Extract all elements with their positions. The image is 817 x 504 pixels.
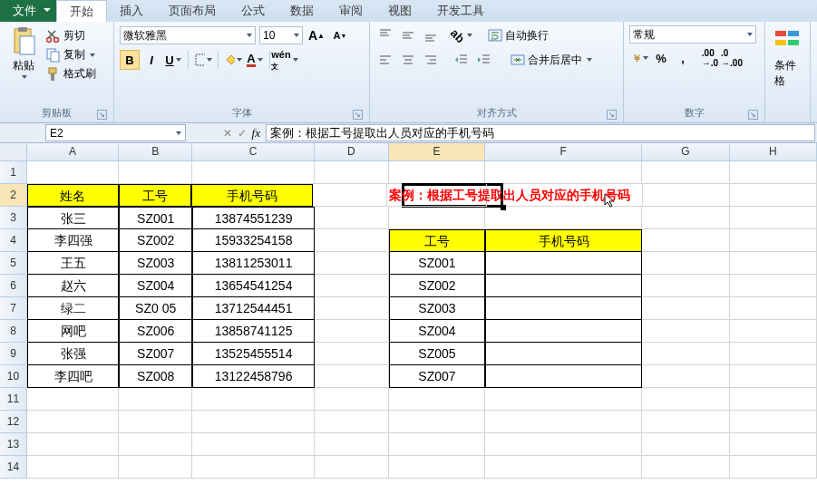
underline-button[interactable]: U	[163, 50, 183, 70]
cell[interactable]: SZ008	[119, 365, 192, 388]
cell[interactable]: SZ004	[389, 320, 485, 343]
cell[interactable]: 绿二	[27, 297, 119, 320]
cell[interactable]: 13654541254	[192, 275, 315, 297]
cell[interactable]: SZ003	[389, 297, 485, 320]
cell[interactable]	[192, 433, 315, 456]
cell[interactable]	[642, 388, 729, 411]
decrease-font-button[interactable]: A▼	[330, 25, 350, 45]
select-all-corner[interactable]	[0, 143, 27, 161]
cell[interactable]	[389, 433, 485, 456]
cell[interactable]	[315, 456, 389, 479]
fill-color-button[interactable]	[223, 50, 243, 70]
font-size-combo[interactable]: 10	[259, 26, 303, 44]
cell[interactable]	[389, 388, 485, 411]
cell[interactable]: 13525455514	[192, 343, 315, 365]
cell[interactable]	[730, 275, 817, 297]
cell[interactable]: 工号	[389, 229, 485, 252]
cell[interactable]	[27, 388, 119, 411]
cell[interactable]: 手机号码	[485, 229, 642, 252]
cell[interactable]	[642, 275, 729, 297]
cell[interactable]	[27, 161, 119, 184]
cell[interactable]	[485, 275, 642, 297]
fx-cancel-icon[interactable]: ✕	[223, 127, 232, 140]
cell[interactable]	[642, 343, 729, 365]
cell[interactable]	[389, 456, 485, 479]
italic-button[interactable]: I	[141, 50, 161, 70]
cell[interactable]	[730, 297, 817, 320]
cell[interactable]	[642, 433, 729, 456]
cell[interactable]	[730, 229, 817, 252]
cell[interactable]	[485, 411, 642, 433]
increase-decimal-button[interactable]: .00→.0	[700, 48, 720, 68]
align-top-button[interactable]	[375, 25, 395, 45]
cell[interactable]	[315, 297, 389, 320]
cell[interactable]	[485, 365, 642, 388]
cell[interactable]	[192, 456, 315, 479]
spreadsheet-grid[interactable]: A B C D E F G H 1 2 3 4 5 6 7 8 9 10 11 …	[0, 143, 817, 504]
cell[interactable]: 网吧	[27, 320, 119, 343]
cell[interactable]	[315, 388, 389, 411]
font-color-button[interactable]: A	[245, 50, 265, 70]
cell[interactable]	[485, 433, 642, 456]
cell[interactable]	[730, 411, 817, 433]
cell[interactable]	[192, 161, 315, 184]
tab-insert[interactable]: 插入	[107, 0, 156, 22]
clipboard-expand-icon[interactable]: ↘	[97, 110, 107, 120]
row-header[interactable]: 6	[0, 275, 27, 297]
formula-input[interactable]: 案例：根据工号提取出人员对应的手机号码	[266, 124, 815, 141]
cell[interactable]	[315, 343, 389, 365]
cell[interactable]	[389, 207, 485, 229]
cell[interactable]	[642, 456, 729, 479]
copy-button[interactable]: 复制	[44, 46, 98, 63]
cell[interactable]: 工号	[119, 184, 192, 207]
font-name-combo[interactable]: 微软雅黑	[120, 26, 256, 44]
tab-formulas[interactable]: 公式	[229, 0, 277, 22]
row-header[interactable]: 7	[0, 297, 27, 320]
borders-button[interactable]	[193, 50, 213, 70]
row-header[interactable]: 8	[0, 320, 27, 343]
name-box[interactable]: E2	[45, 124, 186, 141]
cell[interactable]: 15933254158	[192, 229, 315, 252]
cell[interactable]	[192, 411, 315, 433]
cell[interactable]	[642, 297, 729, 320]
col-header[interactable]: F	[485, 143, 642, 161]
cell[interactable]	[119, 161, 192, 184]
cell[interactable]: 李四强	[27, 229, 119, 252]
cell[interactable]	[485, 207, 642, 229]
row-header[interactable]: 5	[0, 252, 27, 275]
col-header[interactable]: E	[389, 143, 485, 161]
number-expand-icon[interactable]: ↘	[748, 110, 758, 120]
cut-button[interactable]: 剪切	[44, 27, 98, 44]
cell[interactable]	[315, 433, 389, 456]
cell[interactable]	[643, 184, 730, 207]
align-expand-icon[interactable]: ↘	[607, 110, 617, 120]
cell[interactable]: 姓名	[27, 184, 119, 207]
cell[interactable]	[730, 365, 817, 388]
cell[interactable]: SZ006	[119, 320, 192, 343]
cell[interactable]	[642, 411, 729, 433]
cell[interactable]: SZ003	[119, 252, 192, 275]
cell[interactable]	[485, 297, 642, 320]
cell[interactable]: 张强	[27, 343, 119, 365]
cell[interactable]	[485, 320, 642, 343]
row-header[interactable]: 1	[0, 161, 27, 184]
cells-area[interactable]: 姓名工号手机号码案例：根据工号提取出人员对应的手机号码张三SZ001138745…	[27, 161, 817, 504]
cell[interactable]	[315, 365, 389, 388]
cell[interactable]: 13122458796	[192, 365, 315, 388]
cell[interactable]: SZ002	[119, 229, 192, 252]
cell[interactable]: 13874551239	[192, 207, 315, 229]
fx-confirm-icon[interactable]: ✓	[238, 127, 247, 140]
cell[interactable]	[119, 433, 192, 456]
comma-button[interactable]: ,	[673, 48, 693, 68]
cell[interactable]	[315, 229, 389, 252]
cell[interactable]	[192, 388, 315, 411]
cell[interactable]	[730, 343, 817, 365]
cell[interactable]	[315, 161, 389, 184]
cell[interactable]	[485, 456, 642, 479]
cell[interactable]: SZ007	[389, 365, 485, 388]
cell[interactable]	[730, 252, 817, 275]
cell[interactable]	[27, 433, 119, 456]
cell[interactable]	[119, 411, 192, 433]
cell[interactable]: 13712544451	[192, 297, 315, 320]
tab-review[interactable]: 审阅	[326, 0, 375, 22]
